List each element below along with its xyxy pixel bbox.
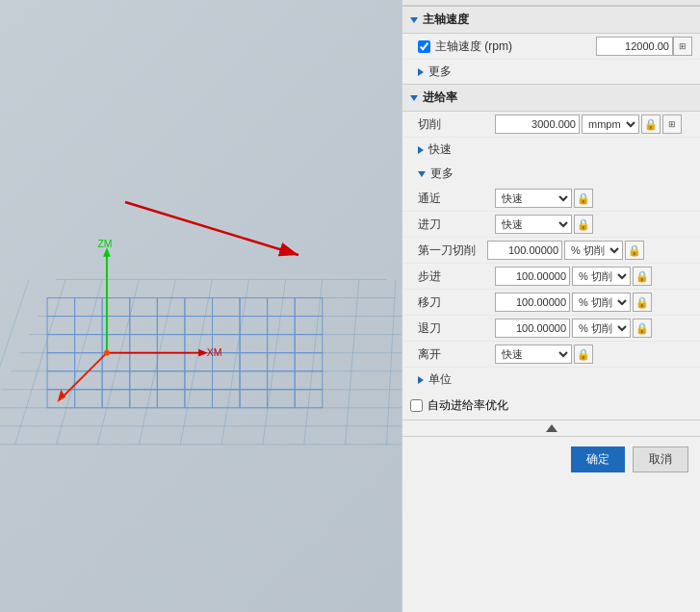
spindle-more-header[interactable]: 更多: [402, 60, 700, 84]
retract-input[interactable]: [495, 319, 570, 338]
retract-unit-dropdown[interactable]: % 切削 mmpm: [572, 319, 631, 338]
plunge-dropdown[interactable]: 快速 切削: [495, 215, 572, 234]
svg-line-12: [57, 279, 103, 444]
svg-rect-81: [268, 390, 296, 408]
quick-label: 快速: [428, 141, 452, 158]
cut-value-input[interactable]: [495, 115, 580, 134]
stepover-input[interactable]: [495, 267, 570, 286]
svg-rect-61: [268, 353, 296, 371]
plunge-row: 进刀 快速 切削 🔒: [402, 212, 700, 238]
cancel-button[interactable]: 取消: [633, 446, 688, 472]
svg-rect-41: [268, 317, 296, 335]
traverse-label: 移刀: [418, 294, 495, 311]
departure-lock-button[interactable]: 🔒: [574, 344, 593, 364]
svg-rect-69: [212, 371, 240, 390]
svg-rect-44: [75, 335, 103, 353]
svg-rect-77: [157, 390, 185, 408]
plunge-lock-button[interactable]: 🔒: [574, 215, 593, 234]
unit-icon: [418, 376, 424, 384]
auto-opt-checkbox[interactable]: [410, 399, 423, 412]
svg-rect-65: [102, 371, 130, 390]
traverse-lock-button[interactable]: 🔒: [633, 293, 652, 312]
svg-line-20: [386, 279, 396, 444]
stepover-row: 步进 % 切削 mmpm 🔒: [402, 264, 700, 290]
svg-rect-42: [295, 317, 323, 335]
scroll-up-area[interactable]: [402, 420, 700, 436]
retract-row: 退刀 % 切削 mmpm 🔒: [402, 316, 700, 342]
svg-rect-76: [130, 390, 158, 408]
unit-subheader[interactable]: 单位: [402, 368, 700, 392]
svg-rect-67: [157, 371, 185, 390]
more-label: 更多: [430, 166, 454, 182]
svg-rect-23: [47, 298, 75, 317]
svg-rect-72: [295, 371, 323, 390]
auto-opt-row: 自动进给率优化: [402, 392, 700, 420]
first-cut-lock-button[interactable]: 🔒: [625, 241, 644, 260]
stepover-label: 步进: [418, 268, 495, 285]
approach-dropdown[interactable]: 快速 切削: [495, 189, 572, 208]
stepover-unit-dropdown[interactable]: % 切削 mmpm: [572, 267, 631, 286]
svg-rect-74: [75, 390, 103, 408]
svg-rect-63: [47, 371, 75, 390]
first-cut-unit-dropdown[interactable]: % 切削 mmpm: [564, 241, 623, 260]
button-bar: 确定 取消: [402, 436, 700, 482]
svg-line-17: [263, 279, 286, 444]
feedrate-collapse-icon: [410, 95, 418, 101]
spindle-grid-button[interactable]: ⊞: [673, 37, 692, 56]
svg-line-16: [221, 279, 249, 444]
svg-rect-57: [157, 353, 185, 371]
svg-rect-79: [212, 390, 240, 408]
svg-rect-40: [240, 317, 268, 335]
cut-grid-button[interactable]: ⊞: [662, 115, 682, 134]
spindle-more-label: 更多: [428, 64, 452, 80]
feedrate-section-title: 进给率: [423, 89, 457, 106]
svg-rect-43: [47, 335, 75, 353]
departure-dropdown[interactable]: 快速 切削: [495, 344, 572, 364]
approach-row: 通近 快速 切削 🔒: [402, 186, 700, 212]
departure-row: 离开 快速 切削 🔒: [402, 342, 700, 368]
ok-button[interactable]: 确定: [571, 446, 625, 472]
spindle-checkbox[interactable]: [418, 40, 430, 53]
svg-rect-29: [212, 298, 240, 317]
traverse-unit-dropdown[interactable]: % 切削 mmpm: [572, 293, 631, 312]
cut-unit-dropdown[interactable]: mmpm mmpr: [582, 115, 639, 134]
quick-icon: [418, 146, 424, 154]
svg-text:XM: XM: [207, 347, 222, 358]
spindle-section-header[interactable]: 主轴速度: [402, 6, 700, 34]
retract-label: 退刀: [418, 320, 495, 337]
scroll-up-icon[interactable]: [546, 424, 557, 432]
auto-opt-label: 自动进给率优化: [428, 397, 508, 414]
retract-lock-button[interactable]: 🔒: [633, 319, 652, 338]
svg-rect-36: [130, 317, 158, 335]
spindle-value-input[interactable]: [596, 37, 673, 56]
quick-subheader[interactable]: 快速: [402, 138, 700, 162]
first-cut-row: 第一刀切削 % 切削 mmpm 🔒: [402, 238, 700, 264]
spindle-section-title: 主轴速度: [423, 12, 469, 28]
first-cut-input[interactable]: [487, 241, 562, 260]
svg-rect-80: [240, 390, 268, 408]
svg-line-13: [97, 279, 139, 444]
stepover-lock-button[interactable]: 🔒: [633, 267, 652, 286]
spindle-speed-row: 主轴速度 (rpm) ⊞: [402, 34, 700, 60]
spindle-more-icon: [418, 68, 424, 76]
feedrate-section-header[interactable]: 进给率: [402, 84, 700, 112]
first-cut-label: 第一刀切削: [418, 242, 487, 259]
more-subheader[interactable]: 更多: [402, 162, 700, 186]
svg-rect-75: [102, 390, 130, 408]
approach-lock-button[interactable]: 🔒: [574, 189, 593, 208]
svg-rect-32: [295, 298, 323, 317]
traverse-input[interactable]: [495, 293, 570, 312]
svg-rect-39: [212, 317, 240, 335]
cut-row: 切削 mmpm mmpr 🔒 ⊞: [402, 112, 700, 138]
cut-label: 切削: [418, 116, 495, 133]
cut-lock-button[interactable]: 🔒: [641, 115, 661, 134]
svg-rect-51: [268, 335, 296, 353]
svg-rect-62: [295, 353, 323, 371]
unit-label: 单位: [428, 371, 452, 388]
svg-rect-30: [240, 298, 268, 317]
svg-rect-70: [240, 371, 268, 390]
svg-line-89: [61, 353, 107, 399]
svg-rect-52: [295, 335, 323, 353]
svg-rect-55: [102, 353, 130, 371]
svg-rect-53: [47, 353, 75, 371]
